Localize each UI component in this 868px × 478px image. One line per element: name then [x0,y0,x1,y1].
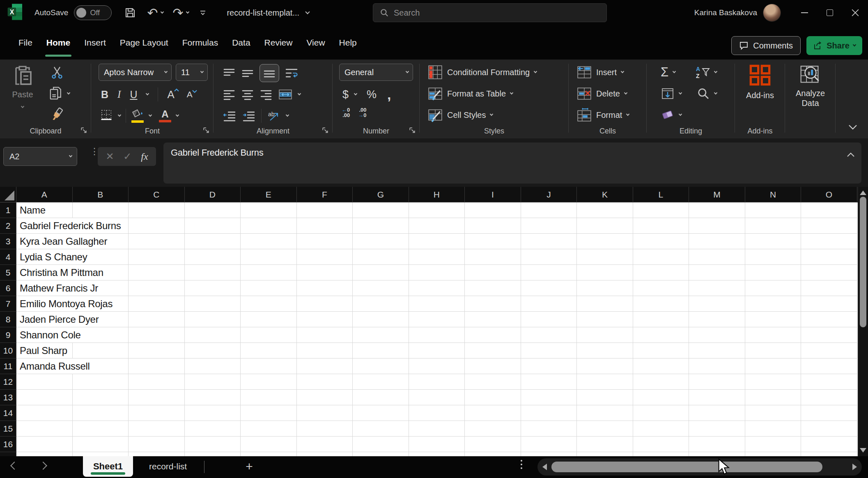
font-dialog-launcher[interactable] [203,127,209,135]
horizontal-scrollbar[interactable] [537,458,862,476]
search-input[interactable]: Search [373,3,607,22]
cell-C6[interactable] [129,280,185,296]
vertical-scrollbar[interactable] [858,187,868,456]
scroll-up-arrow[interactable] [860,191,866,195]
cell-N7[interactable] [745,296,801,312]
tab-help[interactable]: Help [332,25,364,60]
cell-G8[interactable] [353,312,409,327]
cell-H13[interactable] [409,390,465,405]
cell-A8[interactable]: Jaden Pierce Dyer [16,312,73,327]
cell-F1[interactable] [297,202,353,218]
cell-O5[interactable] [801,265,857,280]
cell-O16[interactable] [801,437,857,452]
borders-dropdown-icon[interactable] [118,113,121,116]
cell-E9[interactable] [241,327,297,343]
cell-A10[interactable]: Paul Sharp [16,343,73,358]
cell-N10[interactable] [745,343,801,358]
cell-K15[interactable] [577,421,633,437]
select-all-corner[interactable] [0,187,16,202]
cell-E2[interactable] [241,218,297,234]
cell-G15[interactable] [353,421,409,437]
cell-D6[interactable] [185,280,241,296]
cell-K9[interactable] [577,327,633,343]
cell-G13[interactable] [353,390,409,405]
close-button[interactable] [843,0,868,25]
cell-A15[interactable] [16,421,73,437]
cell-L3[interactable] [633,234,689,249]
cell-J5[interactable] [521,265,577,280]
number-format-select[interactable]: General [339,64,413,81]
column-header-O[interactable]: O [801,187,857,202]
cell-H8[interactable] [409,312,465,327]
column-header-A[interactable]: A [16,187,73,202]
cell-A2[interactable]: Gabriel Frederick Burns [16,218,73,234]
cell-K2[interactable] [577,218,633,234]
cell-B17[interactable] [73,452,129,456]
clear-dropdown-icon[interactable] [679,112,682,115]
cell-O4[interactable] [801,249,857,265]
cell-I6[interactable] [465,280,521,296]
cell-M5[interactable] [689,265,745,280]
cell-I12[interactable] [465,374,521,390]
column-header-D[interactable]: D [185,187,241,202]
name-box-dropdown-icon[interactable] [69,154,72,157]
cell-H9[interactable] [409,327,465,343]
enter-entry-button[interactable]: ✓ [123,151,131,162]
cell-K7[interactable] [577,296,633,312]
cell-A6[interactable]: Mathew Francis Jr [16,280,73,296]
cell-K4[interactable] [577,249,633,265]
column-header-K[interactable]: K [577,187,633,202]
cell-C16[interactable] [129,437,185,452]
sheet-nav-left-icon[interactable] [10,462,18,470]
format-dropdown-icon[interactable] [626,112,629,115]
cell-F7[interactable] [297,296,353,312]
cell-E12[interactable] [241,374,297,390]
cell-I14[interactable] [465,405,521,421]
orientation-button[interactable]: ab [267,110,281,122]
document-title[interactable]: record-list-templat... [227,8,309,18]
cell-A7[interactable]: Emilio Montoya Rojas [16,296,73,312]
row-header-7[interactable]: 7 [0,296,16,312]
cell-G14[interactable] [353,405,409,421]
cell-O10[interactable] [801,343,857,358]
cell-A1[interactable]: Name [16,202,73,218]
fill-button[interactable] [661,83,682,104]
decrease-indent-button[interactable] [223,110,237,122]
cell-N12[interactable] [745,374,801,390]
cell-C12[interactable] [129,374,185,390]
increase-indent-button[interactable] [242,110,256,122]
cell-D7[interactable] [185,296,241,312]
cell-G17[interactable] [353,452,409,456]
comments-button[interactable]: Comments [731,36,801,55]
cell-G11[interactable] [353,358,409,374]
column-header-H[interactable]: H [409,187,465,202]
cell-L17[interactable] [633,452,689,456]
cell-N15[interactable] [745,421,801,437]
cell-K12[interactable] [577,374,633,390]
cell-B14[interactable] [73,405,129,421]
row-header-13[interactable]: 13 [0,390,16,405]
find-select-button[interactable] [697,83,717,104]
cell-D11[interactable] [185,358,241,374]
cell-D10[interactable] [185,343,241,358]
cell-I5[interactable] [465,265,521,280]
cell-F5[interactable] [297,265,353,280]
cell-I7[interactable] [465,296,521,312]
cell-A12[interactable] [16,374,73,390]
column-header-I[interactable]: I [465,187,521,202]
cell-J8[interactable] [521,312,577,327]
cell-G7[interactable] [353,296,409,312]
cell-A5[interactable]: Christina M Pittman [16,265,73,280]
cell-J13[interactable] [521,390,577,405]
row-header-14[interactable]: 14 [0,405,16,421]
cell-D16[interactable] [185,437,241,452]
row-header-8[interactable]: 8 [0,312,16,327]
cell-E5[interactable] [241,265,297,280]
formula-input[interactable]: Gabriel Frederick Burns [163,142,861,184]
cell-C8[interactable] [129,312,185,327]
cell-I16[interactable] [465,437,521,452]
increase-font-button[interactable]: A [167,88,174,101]
cell-I15[interactable] [465,421,521,437]
cell-M10[interactable] [689,343,745,358]
tab-review[interactable]: Review [257,25,300,60]
